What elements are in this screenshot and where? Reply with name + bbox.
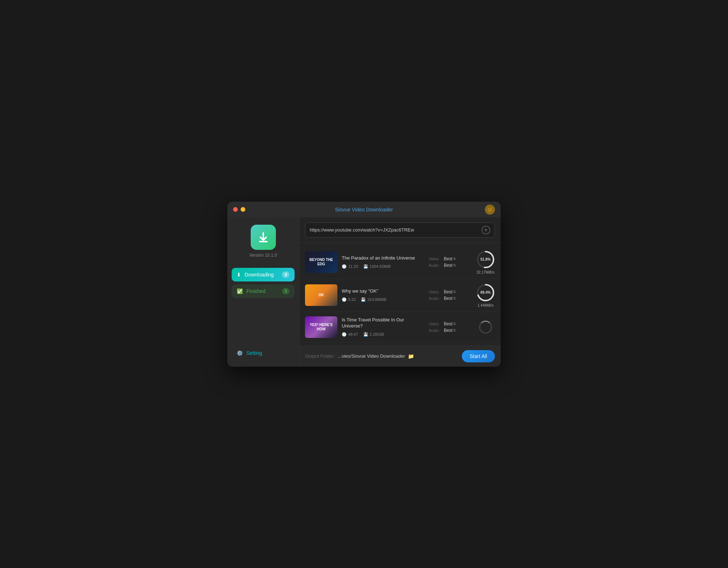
app-window: Siovue Video Downloader ☺ Version 10.1.0… bbox=[227, 202, 501, 367]
version-label: Version 10.1.0 bbox=[249, 253, 277, 258]
audio-label-2: Audio bbox=[429, 296, 442, 301]
video-value-2[interactable]: Best ⇅ bbox=[444, 289, 456, 294]
duration-1: 🕐 11:20 bbox=[342, 264, 358, 269]
thumb-bg-2: OK bbox=[305, 284, 337, 306]
finished-label: Finished bbox=[246, 288, 265, 294]
item-meta-3: 🕐 48:47 💾 2.28GiB bbox=[342, 332, 424, 337]
url-input-wrap: + bbox=[305, 223, 495, 238]
audio-value-2[interactable]: Best ⇅ bbox=[444, 296, 456, 301]
item-settings-2: Video Best ⇅ Audio Best ⇅ bbox=[429, 289, 472, 301]
main-layout: Version 10.1.0 ⬇ Downloading 3 ✅ Finishe… bbox=[227, 217, 501, 367]
audio-setting-1: Audio Best ⇅ bbox=[429, 263, 472, 268]
nav-finished[interactable]: ✅ Finished 3 bbox=[232, 284, 295, 298]
speed-2: 1.44MiB/s bbox=[478, 303, 493, 307]
item-info-1: The Paradox of an Infinite Universe 🕐 11… bbox=[342, 255, 424, 269]
download-list: BEYOND THE EDG The Paradox of an Infinit… bbox=[299, 243, 501, 345]
app-title: Siovue Video Downloader bbox=[335, 207, 393, 212]
downloading-label: Downloading bbox=[245, 272, 274, 278]
output-folder: Output Folder: ...vies/Siovue Video Down… bbox=[305, 353, 414, 359]
item-title-3: Is Time Travel Possible In Our Universe? bbox=[342, 317, 424, 329]
duration-2: 🕐 5:22 bbox=[342, 297, 356, 302]
video-label-1: Video bbox=[429, 257, 442, 261]
thumb-bg-3: YES* HERE'S HOW bbox=[305, 316, 337, 338]
setting-label: Setting bbox=[246, 350, 262, 356]
speed-1: 32.17MiB/s bbox=[477, 270, 495, 274]
folder-path: ...vies/Siovue Video Downloader bbox=[338, 353, 405, 359]
audio-value-1[interactable]: Best ⇅ bbox=[444, 263, 456, 268]
video-value-1[interactable]: Best ⇅ bbox=[444, 256, 456, 261]
size-2: 💾 214.86MiB bbox=[361, 297, 386, 302]
start-all-button[interactable]: Start All bbox=[462, 350, 495, 362]
url-input[interactable] bbox=[310, 227, 479, 233]
setting-icon: ⚙️ bbox=[237, 350, 243, 356]
audio-value-3[interactable]: Best ⇅ bbox=[444, 328, 456, 333]
thumbnail-1: BEYOND THE EDG bbox=[305, 251, 337, 273]
video-setting-1: Video Best ⇅ bbox=[429, 256, 472, 261]
url-bar: + bbox=[299, 217, 501, 243]
video-setting-3: Video Best ⇅ bbox=[429, 321, 472, 326]
audio-label-3: Audio bbox=[429, 328, 442, 333]
percent-1: 51.8% bbox=[476, 250, 495, 269]
download-item-1: BEYOND THE EDG The Paradox of an Infinit… bbox=[299, 246, 501, 279]
clock-icon-1: 🕐 bbox=[342, 264, 347, 269]
main-content: + BEYOND THE EDG The Paradox of an Infin… bbox=[299, 217, 501, 367]
thumb-bg-1: BEYOND THE EDG bbox=[305, 251, 337, 273]
app-logo: Version 10.1.0 bbox=[232, 225, 295, 258]
circle-wrap-2: 69.4% bbox=[476, 283, 495, 302]
download-item-3: YES* HERE'S HOW Is Time Travel Possible … bbox=[299, 312, 501, 343]
thumbnail-2: OK bbox=[305, 284, 337, 306]
spinner-3 bbox=[479, 321, 492, 334]
downloading-badge: 3 bbox=[282, 271, 290, 278]
download-item-2: OK Why we say "OK" 🕐 5:22 💾 214.86MiB bbox=[299, 279, 501, 312]
item-settings-3: Video Best ⇅ Audio Best ⇅ bbox=[429, 321, 472, 333]
circle-wrap-1: 51.8% bbox=[476, 250, 495, 269]
thumbnail-3: YES* HERE'S HOW bbox=[305, 316, 337, 338]
progress-3 bbox=[476, 321, 495, 334]
download-icon: ⬇ bbox=[237, 272, 241, 278]
nav-setting[interactable]: ⚙️ Setting bbox=[232, 347, 295, 359]
video-label-2: Video bbox=[429, 290, 442, 294]
titlebar: Siovue Video Downloader ☺ bbox=[227, 202, 501, 217]
minimize-button[interactable] bbox=[241, 207, 245, 212]
item-meta-1: 🕐 11:20 💾 1004.92MiB bbox=[342, 264, 424, 269]
percent-2: 69.4% bbox=[476, 283, 495, 302]
item-info-2: Why we say "OK" 🕐 5:22 💾 214.86MiB bbox=[342, 288, 424, 302]
video-setting-2: Video Best ⇅ bbox=[429, 289, 472, 294]
video-value-3[interactable]: Best ⇅ bbox=[444, 321, 456, 326]
size-3: 💾 2.28GiB bbox=[363, 332, 384, 337]
file-icon-3: 💾 bbox=[363, 332, 368, 337]
duration-3: 🕐 48:47 bbox=[342, 332, 358, 337]
output-label: Output Folder: bbox=[305, 353, 335, 359]
audio-setting-3: Audio Best ⇅ bbox=[429, 328, 472, 333]
nav-downloading[interactable]: ⬇ Downloading 3 bbox=[232, 268, 295, 281]
item-settings-1: Video Best ⇅ Audio Best ⇅ bbox=[429, 256, 472, 268]
finished-icon: ✅ bbox=[237, 288, 243, 294]
item-title-2: Why we say "OK" bbox=[342, 288, 424, 294]
item-info-3: Is Time Travel Possible In Our Universe?… bbox=[342, 317, 424, 337]
user-icon[interactable]: ☺ bbox=[485, 205, 495, 215]
clock-icon-3: 🕐 bbox=[342, 332, 347, 337]
size-1: 💾 1004.92MiB bbox=[363, 264, 391, 269]
audio-label-1: Audio bbox=[429, 263, 442, 267]
sidebar: Version 10.1.0 ⬇ Downloading 3 ✅ Finishe… bbox=[227, 217, 299, 367]
url-add-button[interactable]: + bbox=[482, 226, 490, 234]
status-bar: Output Folder: ...vies/Siovue Video Down… bbox=[299, 345, 501, 367]
sidebar-bottom: ⚙️ Setting bbox=[232, 347, 295, 359]
file-icon-1: 💾 bbox=[363, 264, 368, 269]
logo-icon bbox=[251, 225, 276, 250]
item-title-1: The Paradox of an Infinite Universe bbox=[342, 255, 424, 261]
progress-1: 51.8% 32.17MiB/s bbox=[476, 250, 495, 274]
traffic-lights bbox=[233, 207, 245, 212]
file-icon-2: 💾 bbox=[361, 297, 366, 302]
finished-badge: 3 bbox=[282, 288, 290, 294]
video-label-3: Video bbox=[429, 322, 442, 326]
item-meta-2: 🕐 5:22 💾 214.86MiB bbox=[342, 297, 424, 302]
progress-2: 69.4% 1.44MiB/s bbox=[476, 283, 495, 307]
close-button[interactable] bbox=[233, 207, 238, 212]
audio-setting-2: Audio Best ⇅ bbox=[429, 296, 472, 301]
clock-icon-2: 🕐 bbox=[342, 297, 347, 302]
folder-browse-icon[interactable]: 📁 bbox=[408, 353, 414, 359]
